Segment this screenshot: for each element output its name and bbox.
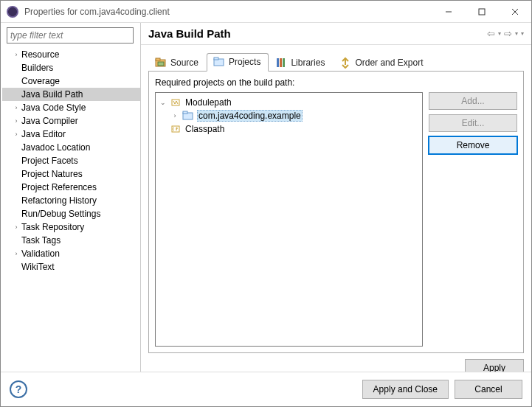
tab-source-label: Source: [170, 58, 198, 68]
chevron-right-icon[interactable]: ›: [13, 51, 20, 58]
sidebar-item-label: Java Editor: [21, 129, 66, 139]
eclipse-icon: [7, 6, 18, 18]
classpath-node[interactable]: Classpath: [159, 122, 419, 136]
sidebar-item-label: Resource: [21, 49, 59, 60]
page-nav-arrows: ⇦ ▾ ⇨ ▾ ▾: [487, 28, 524, 39]
sidebar: ›ResourceBuildersCoverageJava Build Path…: [1, 23, 141, 372]
sidebar-item-label: Java Compiler: [21, 116, 78, 126]
sidebar-item-resource[interactable]: ›Resource: [2, 48, 140, 61]
classpath-label: Classpath: [185, 124, 224, 134]
filter-input[interactable]: [7, 27, 134, 44]
footer: ? Apply and Close Cancel: [1, 372, 531, 406]
sidebar-item-project-natures[interactable]: Project Natures: [2, 167, 140, 181]
expand-down-icon[interactable]: ⌄: [159, 99, 167, 106]
chevron-right-icon[interactable]: ›: [13, 131, 20, 138]
sidebar-item-label: Project Natures: [21, 169, 83, 179]
edit-button[interactable]: Edit...: [429, 114, 517, 132]
classpath-icon: [170, 123, 182, 135]
sidebar-item-task-tags[interactable]: Task Tags: [2, 234, 140, 247]
svg-rect-9: [277, 58, 279, 67]
project-folder-icon: [182, 110, 194, 122]
svg-rect-14: [183, 111, 187, 114]
sidebar-item-label: Task Repository: [21, 222, 84, 232]
apply-button[interactable]: Apply: [465, 359, 524, 372]
forward-menu-icon[interactable]: ▾: [515, 30, 518, 37]
sidebar-item-java-build-path[interactable]: Java Build Path: [2, 88, 140, 101]
modulepath-label: Modulepath: [185, 97, 232, 108]
tab-libraries[interactable]: Libraries: [269, 54, 333, 72]
sidebar-item-label: Builders: [21, 63, 53, 73]
window-title: Properties for com.java4coding.client: [24, 7, 432, 17]
filter-field-wrap: [7, 27, 134, 44]
close-button[interactable]: [498, 1, 531, 23]
libraries-icon: [275, 57, 287, 69]
sidebar-item-javadoc-location[interactable]: Javadoc Location: [2, 141, 140, 154]
sidebar-item-label: Coverage: [21, 76, 60, 86]
buildpath-tree[interactable]: ⌄ Modulepath › com.java4coding.example: [155, 92, 423, 347]
sidebar-item-java-code-style[interactable]: ›Java Code Style: [2, 101, 140, 114]
help-icon[interactable]: ?: [10, 380, 27, 398]
sidebar-item-label: Run/Debug Settings: [21, 209, 100, 219]
sidebar-item-java-compiler[interactable]: ›Java Compiler: [2, 114, 140, 128]
sidebar-item-task-repository[interactable]: ›Task Repository: [2, 220, 140, 234]
tab-projects[interactable]: Projects: [207, 53, 269, 72]
projects-folder-icon: [213, 56, 225, 68]
svg-rect-5: [156, 58, 160, 60]
sidebar-item-project-references[interactable]: Project References: [2, 181, 140, 194]
sidebar-item-coverage[interactable]: Coverage: [2, 74, 140, 88]
forward-icon[interactable]: ⇨: [504, 28, 512, 39]
sidebar-item-refactoring-history[interactable]: Refactoring History: [2, 194, 140, 207]
source-folder-icon: [155, 57, 167, 69]
sidebar-item-label: Project References: [21, 182, 97, 192]
tab-source[interactable]: Source: [148, 54, 207, 72]
tab-order[interactable]: Order and Export: [333, 54, 431, 72]
add-button[interactable]: Add...: [429, 92, 517, 110]
svg-rect-6: [158, 62, 164, 66]
sidebar-item-label: Java Build Path: [21, 89, 83, 100]
chevron-right-icon[interactable]: ›: [13, 250, 20, 257]
tab-body: Required projects on the build path: ⌄ M…: [148, 71, 524, 353]
svg-rect-10: [280, 58, 282, 67]
sidebar-item-label: Task Tags: [21, 235, 61, 246]
modulepath-icon: [170, 97, 182, 108]
sidebar-item-label: Project Facets: [21, 156, 78, 166]
back-icon[interactable]: ⇦: [487, 28, 495, 39]
view-menu-icon[interactable]: ▾: [521, 30, 524, 37]
content: Java Build Path ⇦ ▾ ⇨ ▾ ▾ Source Pr: [141, 23, 531, 372]
buildpath-buttons: Add... Edit... Remove: [429, 92, 517, 347]
titlebar: Properties for com.java4coding.client: [1, 1, 531, 23]
page-header: Java Build Path ⇦ ▾ ⇨ ▾ ▾: [141, 23, 531, 45]
modulepath-project-item[interactable]: › com.java4coding.example: [159, 109, 419, 122]
sidebar-item-label: Java Code Style: [21, 102, 86, 113]
cancel-button[interactable]: Cancel: [455, 380, 522, 399]
svg-rect-8: [214, 58, 218, 60]
sidebar-item-run-debug-settings[interactable]: Run/Debug Settings: [2, 207, 140, 220]
sidebar-item-label: Validation: [21, 248, 60, 259]
minimize-button[interactable]: [432, 1, 465, 23]
sidebar-item-builders[interactable]: Builders: [2, 61, 140, 74]
chevron-right-icon[interactable]: ›: [13, 104, 20, 111]
tab-projects-label: Projects: [229, 57, 260, 67]
maximize-button[interactable]: [465, 1, 498, 23]
modulepath-node[interactable]: ⌄ Modulepath: [159, 96, 419, 109]
sidebar-item-label: Refactoring History: [21, 195, 97, 206]
page-title: Java Build Path: [148, 27, 487, 40]
sidebar-item-validation[interactable]: ›Validation: [2, 247, 140, 260]
projects-caption: Required projects on the build path:: [155, 77, 517, 88]
sidebar-item-project-facets[interactable]: Project Facets: [2, 154, 140, 167]
remove-button[interactable]: Remove: [429, 136, 517, 154]
back-menu-icon[interactable]: ▾: [498, 30, 501, 37]
order-export-icon: [339, 57, 351, 69]
tab-order-label: Order and Export: [355, 58, 423, 68]
expand-right-icon[interactable]: ›: [170, 112, 179, 119]
svg-rect-11: [283, 58, 285, 67]
chevron-right-icon[interactable]: ›: [13, 223, 20, 231]
sidebar-item-wikitext[interactable]: WikiText: [2, 260, 140, 274]
apply-row: Apply: [141, 353, 531, 372]
apply-close-button[interactable]: Apply and Close: [362, 380, 449, 399]
modulepath-project-label: com.java4coding.example: [197, 110, 303, 122]
sidebar-item-label: Javadoc Location: [21, 142, 90, 153]
chevron-right-icon[interactable]: ›: [13, 117, 20, 125]
tab-libraries-label: Libraries: [291, 58, 325, 68]
sidebar-item-java-editor[interactable]: ›Java Editor: [2, 128, 140, 141]
